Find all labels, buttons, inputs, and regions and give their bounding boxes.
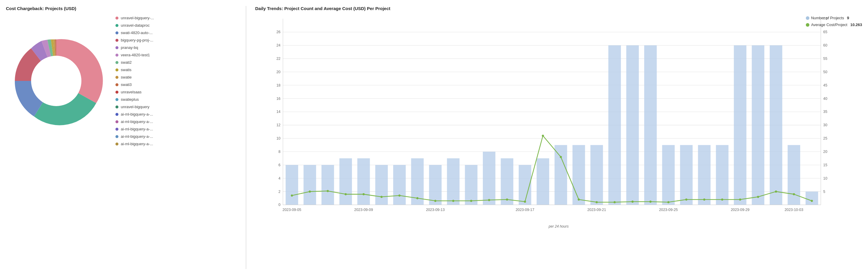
svg-rect-33 (608, 45, 621, 205)
legend-label-13: ai-ml-bigquery-a-... (121, 112, 153, 116)
svg-text:60: 60 (823, 43, 828, 48)
legend-label-9: swati3 (121, 82, 132, 87)
svg-text:10: 10 (277, 136, 281, 140)
legend-label-1: unravel-dataproc (121, 23, 150, 28)
legend-item-13: ai-ml-bigquery-a-... (116, 112, 154, 116)
legend-item-4: pranay-bq (116, 45, 154, 50)
svg-point-63 (614, 201, 616, 203)
svg-point-69 (721, 198, 723, 201)
legend-item-15: ai-ml-bigquery-a-... (116, 127, 154, 131)
svg-rect-21 (393, 165, 406, 205)
svg-rect-31 (572, 145, 585, 205)
svg-rect-19 (357, 158, 370, 205)
legend-dot-6 (116, 61, 118, 64)
legend-dot-13 (116, 113, 118, 116)
svg-text:26: 26 (277, 30, 281, 34)
legend-avgcost-value: 10.263 (850, 23, 862, 27)
svg-text:2023-09-05: 2023-09-05 (282, 208, 301, 212)
svg-rect-40 (734, 45, 746, 205)
svg-rect-24 (447, 158, 460, 205)
legend-dot-0 (116, 17, 118, 20)
svg-text:12: 12 (277, 123, 281, 127)
legend-label-11: swatieplus (121, 97, 139, 102)
svg-point-62 (596, 201, 598, 203)
svg-text:14: 14 (277, 110, 281, 114)
svg-rect-18 (339, 158, 352, 205)
svg-text:4: 4 (279, 176, 281, 181)
svg-point-71 (757, 196, 759, 198)
legend-num-projects: Number of Projects 9 (806, 16, 862, 20)
svg-text:15: 15 (823, 163, 828, 167)
svg-text:6: 6 (279, 163, 281, 167)
svg-rect-38 (698, 145, 711, 205)
svg-point-61 (578, 198, 580, 201)
svg-point-56 (488, 199, 490, 201)
svg-rect-27 (501, 158, 513, 205)
legend-dot-12 (116, 106, 118, 108)
svg-point-52 (416, 197, 418, 199)
svg-point-67 (685, 198, 687, 201)
svg-text:10: 10 (823, 176, 828, 181)
svg-rect-35 (644, 45, 657, 205)
svg-rect-17 (321, 165, 334, 205)
svg-point-47 (327, 190, 329, 192)
svg-rect-15 (286, 165, 298, 205)
legend-dot-16 (116, 135, 118, 138)
svg-text:65: 65 (823, 30, 828, 34)
svg-text:2023-09-17: 2023-09-17 (516, 208, 534, 212)
legend-label-8: swatie (121, 75, 132, 79)
svg-text:40: 40 (823, 97, 828, 101)
legend-label-12: unravel-bigquery (121, 105, 150, 109)
svg-rect-29 (537, 158, 549, 205)
x-axis-label: per 24 hours (255, 224, 862, 228)
legend-item-3: bigquery-pg-proj-... (116, 38, 154, 43)
legend-item-7: swatis (116, 67, 154, 72)
svg-point-49 (363, 193, 365, 195)
svg-rect-25 (465, 165, 477, 205)
legend-label-14: ai-ml-bigquery-a-... (121, 119, 153, 124)
legend-item-9: swati3 (116, 82, 154, 87)
legend-label-15: ai-ml-bigquery-a-... (121, 127, 153, 131)
svg-text:50: 50 (823, 70, 828, 74)
svg-text:16: 16 (277, 97, 281, 101)
legend-dot-1 (116, 24, 118, 27)
chart-wrapper: Number of Projects 9 Average Cost/Projec… (255, 16, 862, 269)
svg-point-54 (452, 200, 454, 202)
svg-rect-37 (680, 145, 692, 205)
legend-item-6: swati2 (116, 60, 154, 64)
legend-item-12: unravel-bigquery (116, 105, 154, 109)
donut-legend: unravel-bigquery-... unravel-dataproc sw… (116, 16, 154, 146)
left-content: unravel-bigquery-... unravel-dataproc sw… (6, 16, 237, 146)
svg-point-68 (703, 198, 705, 201)
svg-point-70 (739, 198, 741, 201)
svg-point-65 (650, 201, 652, 203)
legend-projects-value: 9 (847, 16, 849, 20)
donut-chart (6, 30, 106, 131)
svg-point-74 (811, 200, 813, 202)
legend-item-5: veera-4820-test1 (116, 53, 154, 57)
legend-item-16: ai-ml-bigquery-a-... (116, 134, 154, 139)
legend-dot-10 (116, 91, 118, 94)
svg-rect-39 (716, 145, 728, 205)
svg-rect-36 (662, 145, 675, 205)
bar-line-chart: 0246810121416182022242651015202530354045… (255, 16, 856, 223)
svg-rect-41 (752, 45, 764, 205)
legend-label-5: veera-4820-test1 (121, 53, 150, 57)
legend-dot-17 (116, 142, 118, 145)
svg-text:55: 55 (823, 57, 828, 61)
svg-text:22: 22 (277, 57, 281, 61)
legend-dot-15 (116, 128, 118, 131)
svg-point-60 (560, 156, 562, 158)
legend-dot-11 (116, 98, 118, 101)
legend-label-17: ai-ml-bigquery-a-... (121, 142, 153, 146)
svg-text:2023-09-13: 2023-09-13 (426, 208, 445, 212)
legend-item-11: swatieplus (116, 97, 154, 102)
legend-item-14: ai-ml-bigquery-a-... (116, 119, 154, 124)
svg-rect-42 (770, 45, 782, 205)
svg-point-66 (667, 201, 669, 203)
legend-item-0: unravel-bigquery-... (116, 16, 154, 20)
svg-text:2023-09-21: 2023-09-21 (587, 208, 606, 212)
left-panel-title: Cost Chargeback: Projects (USD) (6, 6, 237, 11)
legend-dot-7 (116, 68, 118, 72)
right-panel-title: Daily Trends: Project Count and Average … (255, 6, 862, 11)
